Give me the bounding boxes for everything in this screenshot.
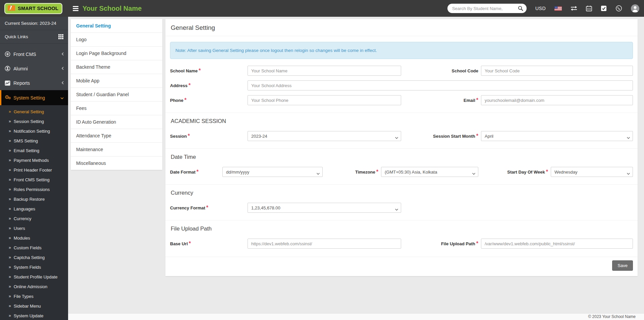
- file-upload-path-label: File Upload Path: [441, 241, 475, 246]
- submenu-item[interactable]: » General Setting: [0, 107, 68, 117]
- double-angle-icon: »: [9, 313, 11, 318]
- sidebar-item-alumni[interactable]: Alumni: [0, 61, 68, 76]
- double-angle-icon: »: [9, 129, 11, 134]
- submenu-item[interactable]: » Currency: [0, 214, 68, 223]
- sidebar-item-system-setting[interactable]: ⚙⚙ System Setting: [0, 90, 68, 105]
- session-start-month-select[interactable]: April: [481, 131, 633, 141]
- top-navbar: SMART SCHOOL Your School Name USD: [0, 0, 644, 17]
- date-format-select[interactable]: dd/mm/yyyy: [222, 167, 323, 177]
- save-button[interactable]: Save: [612, 260, 633, 271]
- sidebar-item-front-cms[interactable]: Front CMS: [0, 47, 68, 61]
- submenu-item[interactable]: » Student Profile Update: [0, 272, 68, 282]
- search-input[interactable]: [452, 6, 518, 11]
- settings-tab[interactable]: Backend Theme: [71, 60, 162, 74]
- gears-icon: ⚙⚙: [5, 95, 13, 101]
- settings-tab[interactable]: Login Page Background: [71, 47, 162, 60]
- submenu-item[interactable]: » Custom Fields: [0, 243, 68, 253]
- submenu-item[interactable]: » Languages: [0, 204, 68, 214]
- phone-input[interactable]: [248, 95, 401, 105]
- submenu-item[interactable]: » Session Setting: [0, 117, 68, 126]
- user-avatar[interactable]: [631, 4, 639, 13]
- quick-links[interactable]: Quick Links: [0, 30, 68, 44]
- timezone-select[interactable]: (GMT+05:30) Asia, Kolkata: [381, 167, 478, 177]
- menu-toggle-icon[interactable]: [73, 6, 78, 11]
- chevron-left-icon: [61, 52, 64, 57]
- session-start-month-label: Session Start Month: [433, 134, 475, 139]
- double-angle-icon: »: [9, 274, 11, 279]
- submenu-item[interactable]: » Email Setting: [0, 146, 68, 155]
- general-setting-card: General Setting Note: After saving Gener…: [165, 19, 638, 276]
- double-angle-icon: »: [9, 158, 11, 163]
- submenu-item[interactable]: » Modules: [0, 233, 68, 243]
- settings-tab[interactable]: Attendance Type: [71, 129, 162, 143]
- file-upload-path-input[interactable]: [481, 239, 633, 249]
- email-input[interactable]: [481, 95, 633, 105]
- settings-tab[interactable]: Fees: [71, 102, 162, 115]
- brand-name: SMART SCHOOL: [18, 6, 58, 11]
- submenu-item[interactable]: » Online Admission: [0, 282, 68, 292]
- currency-code-button[interactable]: USD: [535, 6, 546, 11]
- submenu-item[interactable]: » Notification Setting: [0, 126, 68, 136]
- address-input[interactable]: [248, 80, 633, 90]
- chevron-left-icon: [61, 66, 64, 71]
- submenu-item[interactable]: » Front CMS Setting: [0, 175, 68, 185]
- school-code-input[interactable]: [481, 66, 633, 76]
- submenu-item[interactable]: » System Fields: [0, 262, 68, 272]
- submenu-item[interactable]: » Captcha Setting: [0, 253, 68, 262]
- double-angle-icon: »: [9, 216, 11, 221]
- settings-tab[interactable]: Student / Guardian Panel: [71, 88, 162, 102]
- start-day-label: Start Day Of Week: [507, 170, 545, 175]
- settings-tab[interactable]: Mobile App: [71, 74, 162, 88]
- whatsapp-icon[interactable]: [615, 5, 622, 12]
- double-angle-icon: »: [9, 197, 11, 202]
- double-angle-icon: »: [9, 245, 11, 250]
- submenu-item[interactable]: » SMS Setting: [0, 136, 68, 146]
- sidebar-item-reports[interactable]: Reports: [0, 76, 68, 90]
- submenu-item[interactable]: » Roles Permissions: [0, 185, 68, 194]
- timezone-label: Timezone: [355, 170, 375, 175]
- chevron-left-icon: [61, 80, 64, 86]
- address-label: Address: [170, 83, 187, 88]
- double-angle-icon: »: [9, 255, 11, 260]
- settings-tab[interactable]: Maintenance: [71, 143, 162, 156]
- session-swap-icon[interactable]: [571, 6, 577, 11]
- submenu-item[interactable]: » Payment Methods: [0, 155, 68, 165]
- currency-format-select[interactable]: 1,23,45,678.00: [248, 203, 401, 213]
- submenu-item[interactable]: » Users: [0, 223, 68, 233]
- double-angle-icon: »: [9, 177, 11, 182]
- submenu-item[interactable]: » Backup Restore: [0, 194, 68, 204]
- session-label: Session: [170, 134, 187, 139]
- settings-tab[interactable]: General Setting: [71, 19, 162, 33]
- double-angle-icon: »: [9, 148, 11, 153]
- task-check-icon[interactable]: [601, 5, 607, 11]
- base-url-label: Base Url: [170, 241, 188, 246]
- page-school-title: Your School Name: [83, 5, 142, 12]
- file-upload-path-heading: File Upload Path: [171, 226, 633, 232]
- info-note: Note: After saving General Setting pleas…: [170, 42, 633, 59]
- double-angle-icon: »: [9, 187, 11, 192]
- base-url-input[interactable]: [248, 239, 401, 249]
- app-logo[interactable]: SMART SCHOOL: [0, 3, 68, 14]
- student-search: [447, 4, 527, 13]
- double-angle-icon: »: [9, 168, 11, 173]
- settings-tab[interactable]: Logo: [71, 33, 162, 47]
- school-name-label: School Name: [170, 68, 198, 73]
- chevron-down-icon: [60, 95, 64, 101]
- calendar-icon[interactable]: [586, 5, 592, 11]
- search-icon[interactable]: [518, 6, 523, 11]
- school-name-input[interactable]: [248, 66, 401, 76]
- settings-tab[interactable]: ID Auto Generation: [71, 115, 162, 129]
- submenu-item[interactable]: » File Types: [0, 292, 68, 301]
- language-flag-icon[interactable]: [554, 6, 562, 11]
- currency-heading: Currency: [171, 190, 633, 196]
- session-select[interactable]: 2023-24: [248, 131, 401, 141]
- submenu-item[interactable]: » Print Header Footer: [0, 165, 68, 175]
- submenu-item[interactable]: » System Update: [0, 311, 68, 320]
- start-day-select[interactable]: Wednesday: [551, 167, 633, 177]
- asterisk-circle-icon: [5, 51, 13, 57]
- settings-tab[interactable]: Miscellaneous: [71, 156, 162, 170]
- page-title: General Setting: [171, 24, 633, 31]
- submenu-item[interactable]: » Sidebar Menu: [0, 301, 68, 311]
- email-label: Email: [464, 98, 475, 103]
- chart-line-icon: [5, 80, 13, 86]
